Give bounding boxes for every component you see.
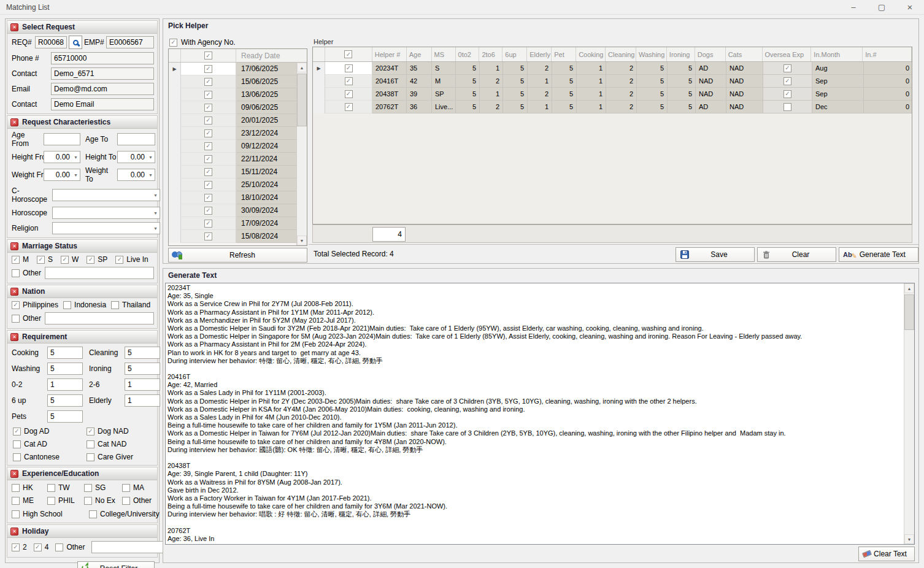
marriage-checkbox-w[interactable] [61, 256, 69, 264]
column-header-elderly[interactable]: Elderly [527, 47, 552, 61]
with-agency-checkbox[interactable] [169, 39, 177, 47]
scroll-up-icon[interactable]: ▲ [904, 283, 914, 293]
experience-checkbox-tw[interactable] [47, 484, 55, 492]
scroll-down-icon[interactable]: ▼ [904, 534, 914, 544]
select-all-helpers-checkbox[interactable] [344, 50, 352, 58]
helper-row[interactable]: 20438T39SP515251255NADNADSep0 [313, 88, 912, 101]
collapse-section-icon[interactable]: ✕ [10, 118, 18, 126]
date-checkbox[interactable] [204, 91, 212, 99]
column-header-cleaning[interactable]: Cleaning [606, 47, 636, 61]
nation-checkbox-thailand[interactable] [111, 301, 119, 309]
weight-from-input[interactable] [44, 171, 72, 179]
select-all-dates-checkbox[interactable] [204, 52, 212, 59]
date-checkbox[interactable] [204, 78, 212, 86]
generate-text-scrollbar[interactable]: ▲ ▼ [904, 283, 914, 544]
date-checkbox[interactable] [204, 181, 212, 189]
helper-select-checkbox[interactable] [345, 90, 353, 98]
ready-date-row[interactable]: 17/09/2024 [169, 217, 296, 230]
nation-other-checkbox[interactable] [12, 315, 20, 323]
requirement-checkbox-care-giver[interactable] [87, 453, 94, 461]
requirement-pets-input[interactable] [47, 410, 83, 423]
experience-checkbox-hk[interactable] [12, 484, 20, 492]
ready-date-row[interactable]: 22/11/2024 [169, 153, 296, 166]
height-from-input[interactable] [44, 153, 72, 161]
requirement-cleaning-input[interactable] [125, 347, 160, 359]
education-checkbox-college-university[interactable] [89, 510, 97, 518]
scroll-up-icon[interactable]: ▲ [297, 63, 307, 72]
helper-select-checkbox[interactable] [345, 64, 353, 72]
marriage-checkbox-sp[interactable] [87, 256, 94, 264]
education-checkbox-high-school[interactable] [12, 510, 20, 518]
collapse-section-icon[interactable]: ✕ [10, 333, 18, 341]
weight-from-combo[interactable]: ▼ [44, 169, 80, 181]
requirement-checkbox-cat-ad[interactable] [13, 440, 21, 448]
ready-date-row[interactable]: 18/10/2024 [169, 191, 296, 204]
date-checkbox[interactable] [204, 129, 212, 137]
chevron-down-icon[interactable]: ▼ [147, 173, 155, 177]
marriage-checkbox-live-in[interactable] [115, 256, 123, 264]
ready-date-row[interactable]: 09/12/2024 [169, 140, 296, 153]
clear-button[interactable]: Clear [757, 247, 836, 262]
horoscope-combo[interactable]: ▼ [52, 207, 160, 219]
helper-row[interactable]: ▶20234T35S515251255ADNADAug0 [313, 62, 912, 75]
date-checkbox[interactable] [204, 142, 212, 150]
helper-select-checkbox[interactable] [345, 77, 353, 85]
ready-date-row[interactable]: 20/01/2025 [169, 114, 296, 127]
maximize-icon[interactable]: ▢ [868, 0, 896, 15]
height-to-input[interactable] [118, 153, 147, 161]
minimize-icon[interactable]: – [839, 0, 868, 15]
c-horoscope-input[interactable] [53, 191, 152, 199]
height-from-combo[interactable]: ▼ [44, 151, 80, 163]
scrollbar-thumb[interactable] [297, 74, 307, 126]
requirement-0-2-input[interactable] [47, 378, 83, 391]
search-request-button[interactable] [69, 36, 82, 49]
column-header-pet[interactable]: Pet [552, 47, 576, 61]
age-from-input[interactable] [44, 133, 80, 145]
column-header-washing[interactable]: Washing [636, 47, 667, 61]
chevron-down-icon[interactable]: ▼ [152, 193, 160, 198]
height-to-combo[interactable]: ▼ [117, 151, 155, 163]
helper-row[interactable]: 20762T36Live...525151255ADNADDec0 [313, 101, 912, 113]
date-checkbox[interactable] [204, 155, 212, 163]
requirement-ironing-input[interactable] [125, 363, 160, 375]
ready-date-row[interactable]: 23/12/2024 [169, 127, 296, 140]
chevron-down-icon[interactable]: ▼ [152, 226, 160, 231]
column-header-0to2[interactable]: 0to2 [456, 47, 480, 61]
requirement-elderly-input[interactable] [125, 394, 160, 407]
scroll-down-icon[interactable]: ▼ [297, 236, 307, 245]
clear-text-button[interactable]: Clear Text [858, 547, 915, 561]
requirement-washing-input[interactable] [47, 363, 83, 375]
date-checkbox[interactable] [204, 168, 212, 176]
experience-checkbox-phil[interactable] [47, 497, 55, 505]
horoscope-input[interactable] [53, 209, 152, 217]
ready-date-row[interactable]: 09/06/2025 [169, 101, 296, 114]
date-checkbox[interactable] [204, 194, 212, 202]
column-header-oversea-exp[interactable]: Oversea Exp [763, 47, 812, 61]
scrollbar-thumb[interactable] [904, 294, 914, 330]
ready-date-row[interactable]: 30/09/2024 [169, 204, 296, 217]
req-number-input[interactable] [35, 36, 67, 48]
date-grid-scrollbar[interactable]: ▲ ▼ [296, 63, 307, 245]
chevron-down-icon[interactable]: ▼ [72, 155, 80, 159]
save-button[interactable]: Save [676, 247, 755, 262]
nation-other-input[interactable] [45, 312, 154, 324]
column-header-cats[interactable]: Cats [726, 47, 763, 61]
email-input[interactable] [51, 83, 154, 95]
phone-input[interactable] [51, 52, 154, 64]
requirement-checkbox-dog-ad[interactable] [13, 428, 21, 436]
oversea-exp-checkbox[interactable] [783, 64, 791, 72]
marriage-other-input[interactable] [45, 267, 154, 279]
column-header-6up[interactable]: 6up [502, 47, 527, 61]
ready-date-row[interactable]: 15/06/2025 [169, 75, 296, 88]
column-header-age[interactable]: Age [407, 47, 432, 61]
generate-text-button[interactable]: Ab✎ Generate Text [839, 247, 918, 262]
chevron-down-icon[interactable]: ▼ [152, 211, 160, 215]
ready-date-row[interactable]: 15/11/2024 [169, 166, 296, 178]
experience-checkbox-no-ex[interactable] [84, 497, 92, 505]
refresh-button[interactable]: Refresh [168, 248, 307, 263]
date-checkbox[interactable] [204, 232, 212, 240]
chevron-down-icon[interactable]: ▼ [72, 173, 80, 177]
date-checkbox[interactable] [204, 104, 212, 112]
column-header-in[interactable]: In.# [863, 47, 912, 61]
age-to-input[interactable] [117, 133, 155, 145]
